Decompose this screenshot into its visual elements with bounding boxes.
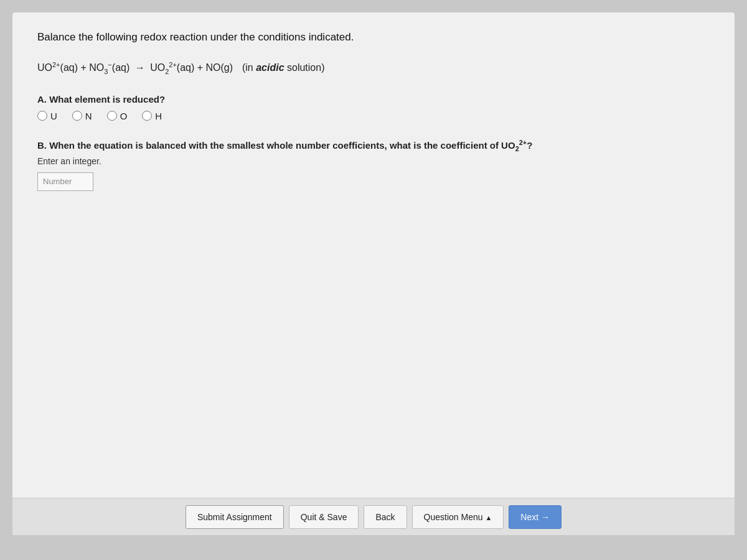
- condition-word: acidic: [256, 62, 284, 73]
- option-U[interactable]: U: [37, 111, 57, 121]
- content-area: Balance the following redox reaction und…: [37, 31, 710, 235]
- reaction-arrow: →: [135, 62, 145, 73]
- radio-U[interactable]: [37, 111, 47, 121]
- label-N: N: [85, 111, 92, 121]
- section-a-label: A. What element is reduced?: [37, 94, 710, 105]
- option-O[interactable]: O: [107, 111, 128, 121]
- next-arrow-icon: →: [541, 512, 550, 522]
- section-b-letter: B.: [37, 140, 49, 151]
- question-menu-label: Question Menu: [424, 512, 483, 522]
- next-button[interactable]: Next →: [509, 505, 561, 529]
- reactant2-sub: 3: [104, 68, 108, 75]
- reaction-condition: (in acidic solution): [237, 62, 324, 73]
- bottom-bar: Submit Assignment Quit & Save Back Quest…: [12, 498, 735, 535]
- section-a-options: U N O H: [37, 111, 710, 121]
- back-button[interactable]: Back: [364, 505, 406, 529]
- section-b-label: B. When the equation is balanced with th…: [37, 139, 710, 152]
- next-label: Next: [520, 512, 538, 522]
- submit-assignment-button[interactable]: Submit Assignment: [186, 505, 284, 529]
- product1-sub: 2: [165, 68, 169, 75]
- section-b-text: When the equation is balanced with the s…: [49, 140, 532, 151]
- radio-H[interactable]: [142, 111, 152, 121]
- option-H[interactable]: H: [142, 111, 162, 121]
- question-title: Balance the following redox reaction und…: [37, 31, 710, 44]
- section-a-letter: A.: [37, 94, 49, 105]
- label-O: O: [120, 111, 128, 121]
- question-menu-button[interactable]: Question Menu ▲: [412, 505, 504, 529]
- coeff-sup: 2+: [519, 139, 527, 146]
- reaction-line: UO2+(aq) + NO3−(aq) → UO22+(aq) + NO(g) …: [37, 61, 710, 75]
- radio-O[interactable]: [107, 111, 117, 121]
- radio-N[interactable]: [72, 111, 82, 121]
- quit-save-button[interactable]: Quit & Save: [289, 505, 359, 529]
- label-U: U: [50, 111, 57, 121]
- product1-sup: 2+: [169, 61, 177, 68]
- number-input[interactable]: [37, 172, 93, 191]
- label-H: H: [155, 111, 162, 121]
- section-a-text: What element is reduced?: [49, 94, 165, 105]
- option-N[interactable]: N: [72, 111, 92, 121]
- reactant1-sup: 2+: [52, 61, 60, 68]
- reactant2-sup: −: [108, 61, 111, 68]
- main-container: Balance the following redox reaction und…: [12, 12, 735, 535]
- chevron-down-icon: ▲: [485, 514, 492, 521]
- enter-integer-label: Enter an integer.: [37, 156, 710, 166]
- reaction-text: UO2+(aq) + NO3−(aq) → UO22+(aq) + NO(g): [37, 61, 233, 75]
